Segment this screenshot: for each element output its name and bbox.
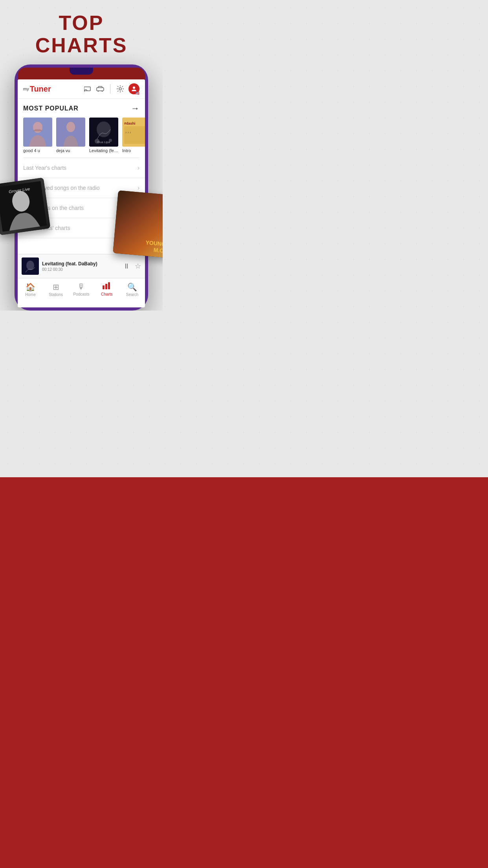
- page-title: TOP CHARTS: [0, 12, 163, 57]
- song-cover-1: [23, 118, 52, 147]
- car-icon[interactable]: [96, 85, 105, 93]
- svg-text:♪ ♪ ♪: ♪ ♪ ♪: [125, 131, 131, 134]
- song-cover-2: [56, 118, 85, 147]
- home-icon: 🏠: [26, 282, 35, 292]
- podcasts-icon: 🎙: [77, 282, 85, 291]
- nav-home[interactable]: 🏠 Home: [18, 281, 43, 298]
- logo-my: my: [23, 86, 29, 91]
- song-label-3: Levitating (fea...: [89, 148, 118, 153]
- song-cover-4: #dashi ♪ ♪ ♪: [122, 118, 145, 147]
- song-card-2[interactable]: deja vu: [56, 118, 85, 153]
- nav-search-label: Search: [126, 292, 139, 297]
- svg-text:Dua Lipa: Dua Lipa: [97, 140, 110, 144]
- nav-podcasts-label: Podcasts: [73, 292, 89, 296]
- song-label-2: deja vu: [56, 148, 85, 153]
- svg-rect-22: [103, 285, 105, 289]
- svg-point-5: [119, 88, 121, 90]
- header-divider: [110, 84, 110, 94]
- song-label-4: Intro: [122, 148, 145, 153]
- np-thumbnail: [22, 257, 39, 275]
- profile-icon[interactable]: 🇺🇸: [128, 83, 139, 94]
- svg-rect-18: [124, 126, 145, 144]
- float-album-left: Grover Live: [0, 178, 50, 235]
- header-icons: 🇺🇸: [83, 83, 139, 94]
- svg-text:#dashi: #dashi: [124, 121, 136, 125]
- stations-icon: ⊞: [53, 282, 59, 292]
- most-popular-header[interactable]: MOST POPULAR →: [18, 99, 145, 118]
- np-info: Levitating (feat. DaBaby) 00:12 00:30: [42, 261, 120, 272]
- bottom-nav: 🏠 Home ⊞ Stations 🎙 Podcasts: [18, 278, 145, 302]
- songs-scroll[interactable]: good 4 u deja vu: [18, 118, 145, 158]
- nav-search[interactable]: 🔍 Search: [119, 281, 145, 298]
- most-popular-arrow[interactable]: →: [131, 103, 139, 114]
- np-time: 00:12 00:30: [42, 267, 120, 272]
- svg-point-12: [97, 121, 111, 137]
- float-album-right: YOUNG M.C.: [113, 191, 163, 258]
- nav-charts-label: Charts: [101, 292, 112, 296]
- np-title: Levitating (feat. DaBaby): [42, 261, 120, 267]
- app-logo: my Tuner: [23, 85, 51, 94]
- last-years-charts-chevron: ›: [138, 164, 139, 171]
- now-playing-bar: Levitating (feat. DaBaby) 00:12 00:30 ⏸ …: [18, 254, 145, 278]
- nav-podcasts[interactable]: 🎙 Podcasts: [69, 281, 94, 298]
- song-card-1[interactable]: good 4 u: [23, 118, 52, 153]
- float-album-right-text: YOUNG M.C.: [145, 240, 163, 255]
- svg-point-21: [26, 261, 34, 270]
- song-cover-3: Dua Lipa: [89, 118, 118, 147]
- logo-tuner: Tuner: [30, 85, 51, 94]
- country-flag: 🇺🇸: [136, 92, 140, 95]
- most-popular-title: MOST POPULAR: [23, 105, 79, 112]
- top-title-section: TOP CHARTS: [0, 0, 163, 64]
- nav-charts[interactable]: Charts: [94, 281, 119, 298]
- song-card-3[interactable]: Dua Lipa Levitating (fea...: [89, 118, 118, 153]
- settings-icon[interactable]: [116, 85, 125, 93]
- charts-icon: [103, 282, 111, 291]
- search-icon: 🔍: [127, 282, 137, 292]
- app-header: my Tuner: [18, 79, 145, 99]
- np-controls: ⏸ ☆: [123, 262, 141, 270]
- svg-point-6: [133, 86, 135, 89]
- phone-notch: [70, 68, 93, 75]
- favorite-button[interactable]: ☆: [135, 262, 141, 270]
- svg-rect-24: [108, 282, 110, 289]
- pause-button[interactable]: ⏸: [123, 262, 130, 270]
- phone-notch-bar: [18, 68, 145, 79]
- svg-rect-23: [105, 284, 107, 289]
- song-label-1: good 4 u: [23, 148, 52, 153]
- nav-stations[interactable]: ⊞ Stations: [43, 281, 69, 298]
- nav-home-label: Home: [25, 292, 36, 297]
- svg-rect-2: [97, 88, 104, 91]
- song-card-4[interactable]: #dashi ♪ ♪ ♪ Intro: [122, 118, 145, 153]
- cast-icon[interactable]: [83, 85, 92, 93]
- svg-point-10: [66, 122, 75, 132]
- last-years-charts-label: Last Year's charts: [23, 165, 66, 171]
- last-years-charts-item[interactable]: Last Year's charts ›: [18, 158, 145, 178]
- most-played-chevron: ›: [138, 184, 139, 191]
- nav-stations-label: Stations: [49, 292, 63, 297]
